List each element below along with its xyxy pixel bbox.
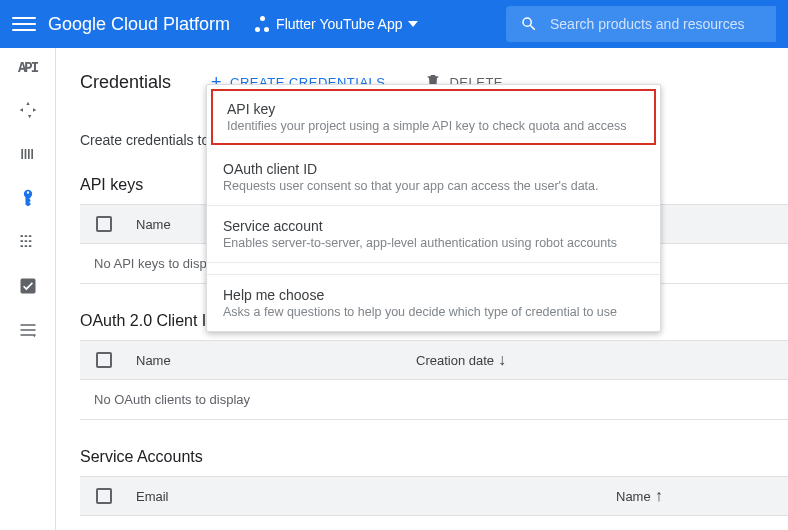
menu-item-desc: Enables server-to-server, app-level auth…	[223, 236, 644, 250]
menu-item-title: Help me choose	[223, 287, 644, 303]
oauth-table: Name Creation date ↓ No OAuth clients to…	[80, 340, 788, 420]
column-label: Name	[616, 489, 651, 504]
menu-item-desc: Requests user consent so that your app c…	[223, 179, 644, 193]
sort-down-icon: ↓	[498, 351, 506, 369]
search-box[interactable]	[506, 6, 776, 42]
rail-item-library[interactable]	[8, 134, 48, 174]
create-credentials-menu: API key Identifies your project using a …	[206, 84, 661, 332]
section-title-service: Service Accounts	[80, 448, 788, 466]
page-title: Credentials	[80, 72, 171, 93]
side-rail: API	[0, 48, 56, 530]
empty-row: No OAuth clients to display	[80, 380, 788, 420]
column-creation-date[interactable]: Creation date ↓	[416, 351, 506, 369]
dropdown-caret-icon	[408, 21, 418, 27]
menu-separator	[207, 263, 660, 275]
api-logo[interactable]: API	[18, 60, 37, 76]
column-email[interactable]: Email	[136, 489, 616, 504]
rail-item-credentials[interactable]	[8, 178, 48, 218]
menu-icon[interactable]	[12, 12, 36, 36]
column-name[interactable]: Name ↑	[616, 487, 663, 505]
column-label: Creation date	[416, 353, 494, 368]
select-all-checkbox[interactable]	[96, 352, 112, 368]
rail-item-oauth-consent[interactable]	[8, 222, 48, 262]
service-accounts-table: Email Name ↑ No service accounts to disp…	[80, 476, 788, 530]
search-icon	[520, 15, 538, 33]
rail-item-domain-verification[interactable]	[8, 266, 48, 306]
search-input[interactable]	[550, 16, 762, 32]
brand-title: Google Cloud Platform	[48, 14, 230, 35]
rail-item-dashboard[interactable]	[8, 90, 48, 130]
project-selector[interactable]: Flutter YouTube App	[254, 16, 418, 32]
table-header: Name Creation date ↓	[80, 340, 788, 380]
menu-item-title: Service account	[223, 218, 644, 234]
top-bar: Google Cloud Platform Flutter YouTube Ap…	[0, 0, 788, 48]
rail-item-page-usage[interactable]	[8, 310, 48, 350]
sort-up-icon: ↑	[655, 487, 663, 505]
column-name[interactable]: Name	[136, 353, 416, 368]
menu-item-service-account[interactable]: Service account Enables server-to-server…	[207, 206, 660, 263]
menu-item-help-choose[interactable]: Help me choose Asks a few questions to h…	[207, 275, 660, 331]
select-all-checkbox[interactable]	[96, 216, 112, 232]
table-header: Email Name ↑	[80, 476, 788, 516]
menu-item-title: OAuth client ID	[223, 161, 644, 177]
menu-item-oauth-client[interactable]: OAuth client ID Requests user consent so…	[207, 149, 660, 206]
select-all-checkbox[interactable]	[96, 488, 112, 504]
menu-item-desc: Identifies your project using a simple A…	[227, 119, 640, 133]
project-name: Flutter YouTube App	[276, 16, 402, 32]
menu-item-desc: Asks a few questions to help you decide …	[223, 305, 644, 319]
project-icon	[254, 16, 270, 32]
main-content: Credentials + CREATE CREDENTIALS DELETE …	[56, 48, 788, 530]
empty-row: No service accounts to display	[80, 516, 788, 530]
menu-item-api-key[interactable]: API key Identifies your project using a …	[211, 89, 656, 145]
menu-item-title: API key	[227, 101, 640, 117]
